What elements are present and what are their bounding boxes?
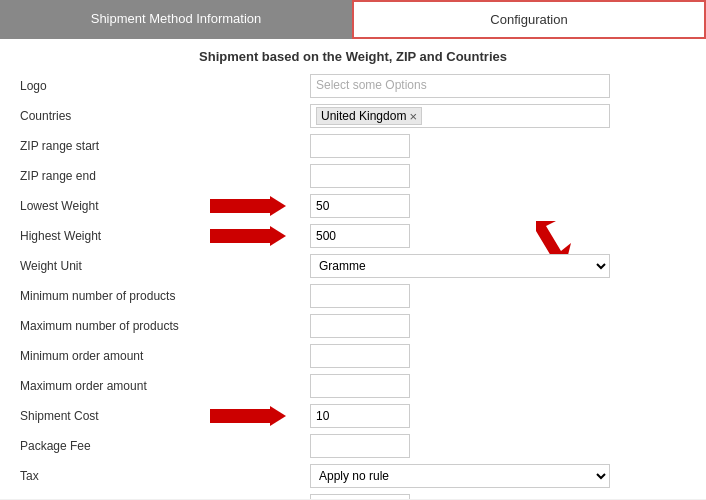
field-label: Logo [20,79,310,93]
field-label: Shipment Cost [20,409,310,423]
field-label: ZIP range end [20,169,310,183]
form-row: Highest Weight [20,224,686,248]
text-input[interactable] [310,164,410,188]
main-content: Shipment based on the Weight, ZIP and Co… [0,39,706,499]
text-input[interactable] [310,374,410,398]
form-row: Package Fee [20,434,686,458]
form-row: CountriesUnited Kingdom × [20,104,686,128]
select-field[interactable]: Apply no ruleApply tax before discountAp… [310,464,610,488]
field-label: ZIP range start [20,139,310,153]
form-row: ZIP range start [20,134,686,158]
select-field[interactable]: GrammeKilogramPoundOunce [310,254,610,278]
countries-field[interactable]: United Kingdom × [310,104,610,128]
form-row: Weight UnitGrammeKilogramPoundOunce [20,254,686,278]
form-row: Minimum number of products [20,284,686,308]
text-input[interactable] [310,284,410,308]
form-row: ZIP range end [20,164,686,188]
tab-configuration[interactable]: Configuration [352,0,706,39]
form-row: Minimum Amount for Free Shipment [20,494,686,499]
form-container: LogoSelect some OptionsCountriesUnited K… [20,74,686,499]
field-label: Weight Unit [20,259,310,273]
field-label: Maximum number of products [20,319,310,333]
form-row: Lowest Weight [20,194,686,218]
country-tag: United Kingdom × [316,107,422,125]
text-input[interactable] [310,224,410,248]
text-input[interactable] [310,314,410,338]
text-input[interactable] [310,134,410,158]
field-label: Highest Weight [20,229,310,243]
form-row: TaxApply no ruleApply tax before discoun… [20,464,686,488]
tag-remove-button[interactable]: × [409,110,417,123]
form-row: Maximum number of products [20,314,686,338]
field-label: Lowest Weight [20,199,310,213]
section-title: Shipment based on the Weight, ZIP and Co… [20,49,686,64]
text-input[interactable] [310,434,410,458]
text-input[interactable] [310,494,410,499]
logo-field[interactable]: Select some Options [310,74,610,98]
form-row: Maximum order amount [20,374,686,398]
form-row: Minimum order amount [20,344,686,368]
field-label: Maximum order amount [20,379,310,393]
form-row: LogoSelect some Options [20,74,686,98]
text-input[interactable] [310,344,410,368]
text-input[interactable] [310,194,410,218]
field-label: Minimum order amount [20,349,310,363]
tabs-container: Shipment Method Information Configuratio… [0,0,706,39]
field-label: Package Fee [20,439,310,453]
field-label: Minimum number of products [20,289,310,303]
field-label: Tax [20,469,310,483]
text-input[interactable] [310,404,410,428]
tab-shipment-method-information[interactable]: Shipment Method Information [0,0,352,39]
field-label: Countries [20,109,310,123]
form-row: Shipment Cost [20,404,686,428]
